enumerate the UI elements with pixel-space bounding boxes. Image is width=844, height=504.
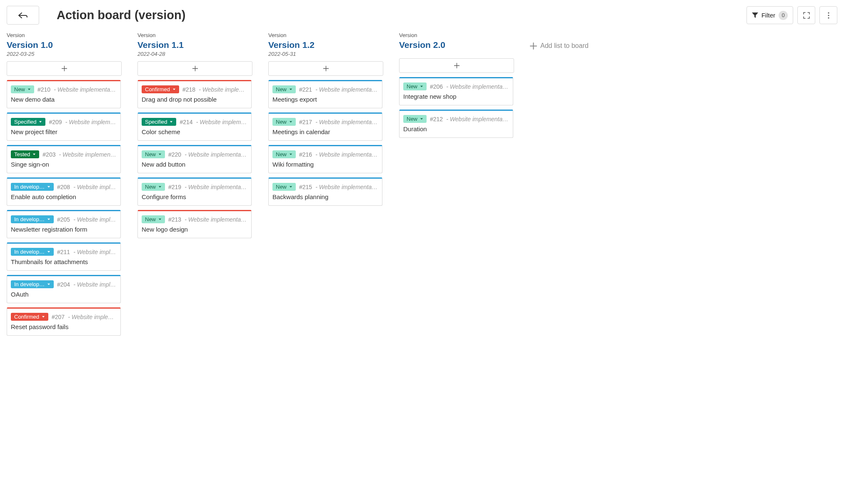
status-badge[interactable]: New — [272, 183, 296, 191]
column-title[interactable]: Version 1.2 — [268, 40, 382, 50]
card[interactable]: New #217 - Website implementation Meetin… — [268, 112, 382, 141]
card-title: OAuth — [11, 291, 117, 298]
svg-point-2 — [828, 17, 829, 18]
card-title: Meetings export — [272, 96, 378, 103]
card[interactable]: Specified #209 - Website implement… New … — [7, 112, 121, 141]
card-project: - Website implemen… — [199, 86, 247, 93]
card[interactable]: New #220 - Website implementation New ad… — [137, 145, 252, 173]
filter-button[interactable]: Filter 0 — [747, 6, 793, 24]
add-card-button[interactable] — [137, 61, 252, 76]
chevron-down-icon — [47, 250, 50, 254]
card[interactable]: New #213 - Website implementation New lo… — [137, 210, 252, 238]
plus-icon — [192, 66, 198, 71]
status-badge[interactable]: In develop… — [11, 183, 54, 191]
card-title: Newsletter registration form — [11, 226, 117, 233]
chevron-down-icon — [39, 120, 42, 124]
board-column: Version Version 2.0 New #206 - Website i… — [399, 32, 513, 142]
chevron-down-icon — [47, 283, 50, 286]
card[interactable]: Specified #214 - Website implement… Colo… — [137, 112, 252, 141]
card-meta: In develop… #204 - Website implem… — [11, 280, 117, 288]
status-badge[interactable]: Tested — [11, 150, 39, 158]
chevron-down-icon — [158, 185, 162, 189]
card-project: - Website implementation — [315, 151, 378, 158]
card-title: Wiki formatting — [272, 161, 378, 168]
status-badge[interactable]: New — [142, 183, 165, 191]
more-menu-button[interactable] — [819, 6, 837, 24]
chevron-down-icon — [32, 153, 36, 156]
card-title: New demo data — [11, 96, 117, 103]
status-badge[interactable]: New — [272, 118, 296, 126]
card-title: Duration — [403, 125, 509, 132]
card[interactable]: New #215 - Website implementation Backwa… — [268, 177, 382, 206]
card-project: - Website implementation — [185, 151, 247, 158]
status-badge[interactable]: New — [142, 215, 165, 223]
card[interactable]: Confirmed #207 - Website implemen… Reset… — [7, 307, 121, 336]
card-meta: In develop… #208 - Website implem… — [11, 183, 117, 191]
status-badge[interactable]: In develop… — [11, 248, 54, 256]
status-badge[interactable]: Specified — [11, 118, 45, 126]
status-badge[interactable]: New — [11, 85, 34, 93]
svg-point-0 — [828, 12, 829, 13]
card-meta: Specified #214 - Website implement… — [142, 118, 247, 126]
back-button[interactable] — [7, 6, 39, 25]
card-project: - Website implem… — [73, 184, 117, 190]
card-id: #210 — [37, 86, 50, 93]
card-title: Drag and drop not possible — [142, 96, 247, 103]
card-meta: Tested #203 - Website implementation — [11, 150, 117, 158]
column-title[interactable]: Version 2.0 — [399, 40, 513, 50]
status-badge[interactable]: New — [403, 115, 427, 123]
status-badge[interactable]: New — [272, 150, 296, 158]
status-badge[interactable]: New — [272, 85, 296, 93]
chevron-down-icon — [289, 120, 292, 124]
add-card-button[interactable] — [399, 58, 514, 73]
status-badge[interactable]: Confirmed — [142, 85, 179, 93]
card[interactable]: New #216 - Website implementation Wiki f… — [268, 145, 382, 173]
card-meta: New #219 - Website implementation — [142, 183, 247, 191]
fullscreen-button[interactable] — [797, 6, 815, 24]
chevron-down-icon — [47, 185, 50, 189]
card-meta: Confirmed #218 - Website implemen… — [142, 85, 247, 93]
card[interactable]: Confirmed #218 - Website implemen… Drag … — [137, 80, 252, 108]
card-title: Meetings in calendar — [272, 128, 378, 135]
card-id: #215 — [299, 184, 312, 190]
status-badge[interactable]: In develop… — [11, 280, 54, 288]
svg-point-1 — [828, 15, 829, 16]
card-meta: Confirmed #207 - Website implemen… — [11, 313, 117, 321]
status-badge[interactable]: New — [142, 150, 165, 158]
add-card-button[interactable] — [7, 61, 122, 76]
status-badge[interactable]: In develop… — [11, 215, 54, 223]
column-title[interactable]: Version 1.1 — [137, 40, 252, 50]
card-meta: New #213 - Website implementation — [142, 215, 247, 223]
card-id: #207 — [52, 314, 65, 320]
card[interactable]: New #219 - Website implementation Config… — [137, 177, 252, 206]
card[interactable]: New #206 - Website implementation Integr… — [399, 77, 513, 105]
card-project: - Website implementation — [446, 116, 509, 122]
card[interactable]: New #221 - Website implementation Meetin… — [268, 80, 382, 108]
board-area: Version Version 1.0 2022-03-25 New #210 … — [7, 32, 837, 340]
card[interactable]: In develop… #211 - Website implem… Thumb… — [7, 242, 121, 271]
card[interactable]: In develop… #208 - Website implem… Enabl… — [7, 177, 121, 206]
card-id: #203 — [42, 151, 55, 158]
plus-icon — [530, 42, 537, 50]
status-badge[interactable]: Specified — [142, 118, 176, 126]
card-project: - Website implementation — [59, 151, 117, 158]
status-badge[interactable]: New — [403, 82, 427, 90]
filter-icon — [752, 12, 758, 18]
status-badge[interactable]: Confirmed — [11, 313, 48, 321]
card-id: #211 — [57, 249, 70, 255]
card[interactable]: New #210 - Website implementation New de… — [7, 80, 121, 108]
add-card-button[interactable] — [268, 61, 383, 76]
card[interactable]: In develop… #205 - Website implem… Newsl… — [7, 210, 121, 238]
card-project: - Website implementation — [446, 83, 509, 90]
card[interactable]: New #212 - Website implementation Durati… — [399, 110, 513, 138]
expand-icon — [803, 12, 810, 19]
column-title[interactable]: Version 1.0 — [7, 40, 121, 50]
add-list-button[interactable]: Add list to board — [530, 42, 589, 50]
card-title: Enable auto completion — [11, 193, 117, 200]
chevron-down-icon — [158, 218, 162, 221]
kebab-icon — [828, 12, 829, 19]
card-id: #216 — [299, 151, 312, 158]
chevron-down-icon — [289, 153, 292, 156]
card[interactable]: Tested #203 - Website implementation Sin… — [7, 145, 121, 173]
card[interactable]: In develop… #204 - Website implem… OAuth — [7, 275, 121, 303]
